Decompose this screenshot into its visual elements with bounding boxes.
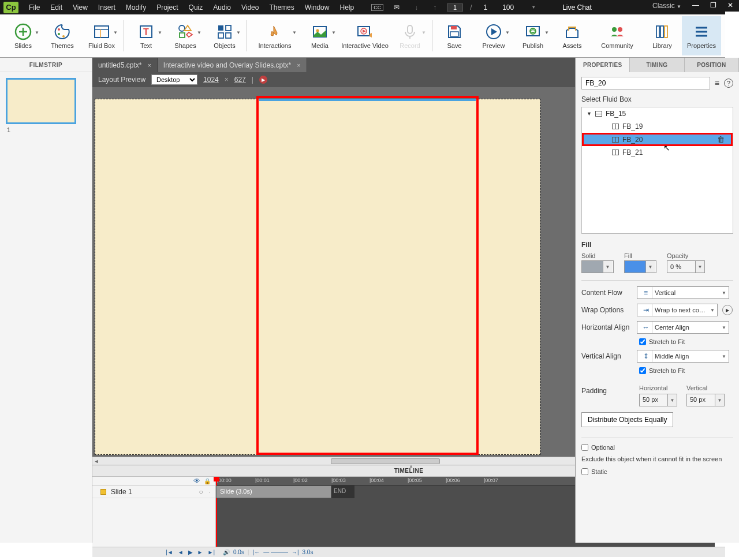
- canvas-height[interactable]: 627: [234, 76, 246, 84]
- ribbon-save[interactable]: Save: [435, 16, 474, 55]
- svg-rect-13: [180, 33, 185, 38]
- timeline-track-row[interactable]: Slide 1 ○ ·: [92, 486, 215, 498]
- ribbon-publish[interactable]: ▼Publish: [513, 16, 553, 55]
- tab-position[interactable]: POSITION: [685, 58, 725, 72]
- padding-horizontal-input[interactable]: 50 px▼: [639, 394, 677, 406]
- stretch-h-checkbox[interactable]: Stretch to Fit: [639, 338, 725, 345]
- down-icon[interactable]: ↓: [410, 2, 423, 13]
- fill-label: Fill: [624, 252, 656, 259]
- document-tab[interactable]: untitled5.cptx*×: [92, 58, 158, 72]
- fluid-box-icon: [612, 124, 619, 129]
- ribbon-interactive-video[interactable]: Interactive Video: [339, 16, 390, 55]
- svg-text:T: T: [143, 27, 149, 37]
- eye-icon[interactable]: 👁: [193, 477, 200, 485]
- ribbon-assets[interactable]: Assets: [553, 16, 592, 55]
- live-chat-link[interactable]: Live Chat: [558, 2, 596, 13]
- menu-edit[interactable]: Edit: [46, 2, 67, 13]
- halign-dropdown[interactable]: ↔Center Align▼: [637, 321, 725, 334]
- slide-thumbnail[interactable]: [6, 78, 76, 124]
- fill-color-dropdown[interactable]: ▼: [624, 260, 656, 273]
- ribbon-text[interactable]: T ▼Text: [126, 16, 166, 55]
- ribbon-shapes[interactable]: ▼Shapes: [166, 16, 205, 55]
- play-icon[interactable]: ▶: [259, 76, 267, 84]
- menu-icon[interactable]: ≡: [715, 79, 719, 88]
- up-icon[interactable]: ↑: [428, 2, 441, 13]
- tree-row-fb15[interactable]: ▼ FB_15: [582, 107, 725, 120]
- sound-icon[interactable]: 🔊: [223, 549, 230, 555]
- solid-fill-dropdown[interactable]: ▼: [581, 260, 614, 273]
- tree-row-fb20[interactable]: FB_20 🗑: [582, 133, 725, 146]
- tree-row-fb21[interactable]: FB_21: [582, 146, 725, 159]
- help-icon[interactable]: ?: [724, 79, 725, 88]
- menu-audio[interactable]: Audio: [208, 2, 236, 13]
- workspace-dropdown[interactable]: Classic ▼: [652, 2, 681, 10]
- page-current-input[interactable]: [447, 3, 463, 12]
- content-flow-dropdown[interactable]: ≡Vertical▼: [637, 286, 725, 299]
- menu-view[interactable]: View: [68, 2, 92, 13]
- opacity-dropdown[interactable]: 0 %▼: [667, 260, 705, 273]
- optional-checkbox[interactable]: Optional: [581, 444, 725, 451]
- minimize-button[interactable]: —: [687, 0, 704, 12]
- valign-dropdown[interactable]: ⇕Middle Align▼: [637, 350, 725, 363]
- menu-themes[interactable]: Themes: [264, 2, 298, 13]
- menubar: Cp File Edit View Insert Modify Project …: [0, 0, 725, 14]
- canvas-width[interactable]: 1024: [203, 76, 219, 84]
- close-button[interactable]: ✕: [722, 0, 725, 12]
- mail-icon[interactable]: ✉: [389, 2, 404, 13]
- ribbon-slides[interactable]: ▼Slides: [3, 16, 43, 55]
- distribute-button[interactable]: Distribute Objects Equally: [581, 412, 673, 427]
- wrap-options-dropdown[interactable]: ⇥Wrap to next co…▼: [637, 304, 718, 316]
- device-dropdown[interactable]: Desktop: [151, 74, 197, 85]
- document-tab[interactable]: Interactive video and Overlay Slides.cpt…: [158, 58, 307, 72]
- ribbon-fluid-box[interactable]: ▼Fluid Box: [82, 16, 121, 55]
- menu-quiz[interactable]: Quiz: [184, 2, 208, 13]
- first-frame-button[interactable]: |◄: [166, 549, 173, 555]
- ribbon-properties[interactable]: Properties: [682, 16, 721, 55]
- last-frame-button[interactable]: ►|: [208, 549, 215, 555]
- svg-rect-35: [660, 26, 663, 38]
- trash-icon[interactable]: 🗑: [717, 135, 725, 144]
- ribbon-media[interactable]: ▼Media: [300, 16, 339, 55]
- ribbon-library[interactable]: Library: [643, 16, 682, 55]
- maximize-button[interactable]: ❐: [704, 0, 722, 12]
- menu-project[interactable]: Project: [152, 2, 182, 13]
- menu-window[interactable]: Window: [300, 2, 334, 13]
- selected-fluid-box-highlight[interactable]: [256, 96, 479, 455]
- menu-modify[interactable]: Modify: [121, 2, 151, 13]
- close-tab-icon[interactable]: ×: [147, 62, 151, 69]
- pad-v-label: Vertical: [686, 384, 725, 391]
- object-name-input[interactable]: [581, 77, 710, 89]
- tab-timing[interactable]: TIMING: [630, 58, 684, 72]
- ribbon-interactions[interactable]: ▼Interactions: [249, 16, 300, 55]
- ribbon-preview[interactable]: ▼Preview: [474, 16, 513, 55]
- opacity-label: Opacity: [667, 252, 705, 259]
- padding-vertical-input[interactable]: 50 px▼: [686, 394, 725, 406]
- close-tab-icon[interactable]: ×: [297, 62, 300, 69]
- skip-fwd-icon[interactable]: →|: [292, 549, 299, 555]
- ribbon-objects[interactable]: ▼Objects: [205, 16, 244, 55]
- tab-properties[interactable]: PROPERTIES: [576, 58, 630, 72]
- lock-icon[interactable]: 🔒: [204, 478, 211, 484]
- svg-point-20: [316, 29, 319, 32]
- ribbon-community[interactable]: Community: [592, 16, 643, 55]
- page-total: 1: [479, 2, 492, 13]
- filmstrip-title: FILMSTRIP: [0, 58, 92, 72]
- menu-insert[interactable]: Insert: [94, 2, 120, 13]
- next-frame-button[interactable]: ►: [197, 549, 203, 555]
- properties-panel: PROPERTIES TIMING POSITION ≡ ? Select Fl…: [575, 58, 725, 543]
- skip-back-icon[interactable]: |←: [253, 549, 260, 555]
- menu-help[interactable]: Help: [335, 2, 359, 13]
- ribbon-themes[interactable]: Themes: [43, 16, 82, 55]
- wrap-preview-button[interactable]: ▶: [722, 305, 725, 315]
- ribbon-record[interactable]: ▼Record: [390, 16, 430, 55]
- menu-file[interactable]: File: [24, 2, 44, 13]
- slide-clip[interactable]: Slide (3.0s): [216, 486, 331, 498]
- cc-icon[interactable]: CC: [371, 4, 383, 11]
- tree-row-fb19[interactable]: FB_19: [582, 120, 725, 133]
- static-checkbox[interactable]: Static: [581, 468, 725, 475]
- prev-frame-button[interactable]: ◄: [178, 549, 184, 555]
- zoom-control[interactable]: 100 ▼: [498, 2, 540, 13]
- menu-video[interactable]: Video: [237, 2, 263, 13]
- play-button[interactable]: ▶: [188, 549, 193, 555]
- stretch-v-checkbox[interactable]: Stretch to Fit: [639, 367, 725, 374]
